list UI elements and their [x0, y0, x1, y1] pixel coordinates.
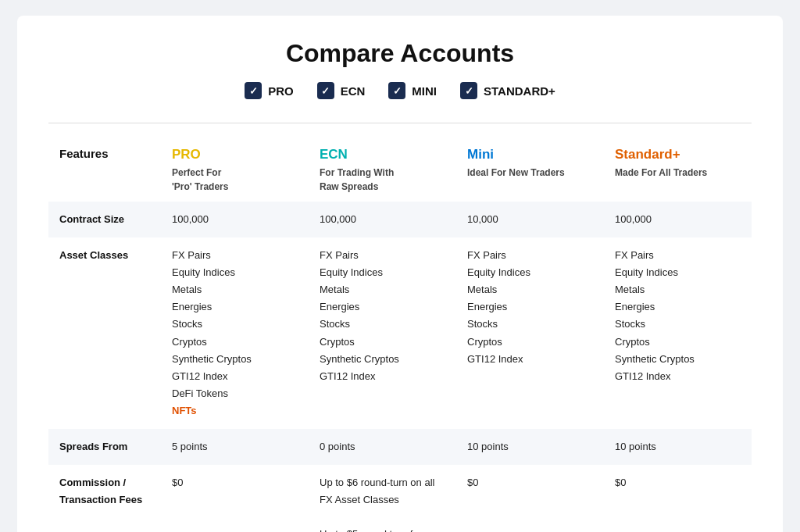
commission-standard: $0 [604, 465, 752, 532]
table-row: Commission /Transaction Fees $0 Up to $6… [48, 465, 752, 532]
ecn-desc: For Trading WithRaw Spreads [320, 166, 445, 194]
commission-mini: $0 [456, 465, 604, 532]
filter-standard-label: STANDARD+ [484, 84, 555, 98]
standard-name: Standard+ [615, 147, 741, 162]
commission-label: Commission /Transaction Fees [48, 465, 161, 532]
checkbox-pro-icon: ✓ [245, 82, 262, 99]
table-row: Spreads From 5 points 0 points 10 points… [48, 429, 752, 465]
filter-row: ✓ PRO ✓ ECN ✓ MINI ✓ STANDARD+ [48, 82, 752, 99]
ecn-name: ECN [320, 147, 445, 162]
filter-ecn-label: ECN [341, 84, 366, 98]
pro-header: PRO Perfect For'Pro' Traders [161, 139, 309, 202]
spreads-from-ecn: 0 points [309, 429, 456, 465]
standard-desc: Made For All Traders [615, 166, 741, 180]
spreads-from-label: Spreads From [48, 429, 161, 465]
main-container: Compare Accounts ✓ PRO ✓ ECN ✓ MINI ✓ ST… [17, 16, 783, 532]
page-title: Compare Accounts [48, 39, 752, 68]
commission-pro: $0 [161, 465, 309, 532]
spreads-from-mini: 10 points [456, 429, 604, 465]
nfts-text: NFTs [172, 405, 197, 416]
checkbox-standard-icon: ✓ [460, 82, 477, 99]
commission-ecn: Up to $6 round-turn on all FX Asset Clas… [309, 465, 456, 532]
header-divider [48, 123, 752, 123]
spreads-from-pro: 5 points [161, 429, 309, 465]
contract-size-standard: 100,000 [604, 202, 752, 237]
table-row: Contract Size 100,000 100,000 10,000 100… [48, 202, 752, 237]
filter-pro[interactable]: ✓ PRO [245, 82, 294, 99]
pro-desc: Perfect For'Pro' Traders [172, 166, 298, 194]
asset-classes-pro: FX PairsEquity IndicesMetalsEnergiesStoc… [161, 237, 309, 429]
ecn-header: ECN For Trading WithRaw Spreads [309, 139, 456, 202]
table-row: Asset Classes FX PairsEquity IndicesMeta… [48, 237, 752, 429]
asset-classes-ecn: FX PairsEquity IndicesMetalsEnergiesStoc… [309, 237, 456, 429]
feature-header: Features [48, 139, 161, 202]
contract-size-pro: 100,000 [161, 202, 309, 237]
checkbox-mini-icon: ✓ [388, 82, 405, 99]
contract-size-mini: 10,000 [456, 202, 604, 237]
spreads-from-standard: 10 points [604, 429, 752, 465]
mini-desc: Ideal For New Traders [467, 166, 593, 180]
standard-header: Standard+ Made For All Traders [604, 139, 752, 202]
contract-size-ecn: 100,000 [309, 202, 456, 237]
pro-name: PRO [172, 147, 298, 162]
asset-classes-standard: FX PairsEquity IndicesMetalsEnergiesStoc… [604, 237, 752, 429]
filter-standard[interactable]: ✓ STANDARD+ [460, 82, 555, 99]
contract-size-label: Contract Size [48, 202, 161, 237]
filter-ecn[interactable]: ✓ ECN [317, 82, 366, 99]
filter-mini-label: MINI [412, 84, 437, 98]
asset-classes-mini: FX PairsEquity IndicesMetalsEnergiesStoc… [456, 237, 604, 429]
filter-pro-label: PRO [268, 84, 294, 98]
checkbox-ecn-icon: ✓ [317, 82, 334, 99]
mini-header: Mini Ideal For New Traders [456, 139, 604, 202]
filter-mini[interactable]: ✓ MINI [388, 82, 437, 99]
comparison-table: Features PRO Perfect For'Pro' Traders EC… [48, 139, 752, 532]
asset-classes-label: Asset Classes [48, 237, 161, 429]
mini-name: Mini [467, 147, 593, 162]
